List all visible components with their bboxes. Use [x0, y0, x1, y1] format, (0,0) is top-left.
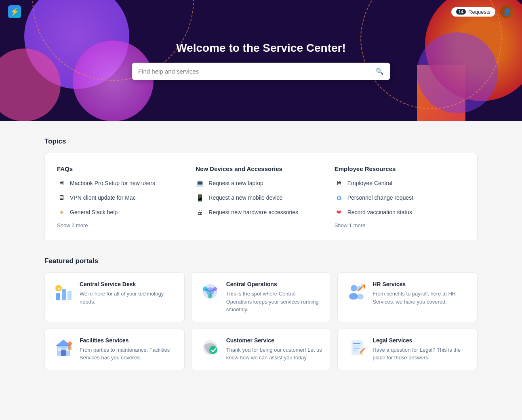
search-input[interactable] [138, 68, 376, 75]
hr-icon [346, 281, 367, 302]
vaccination-label: Record vaccination status [347, 209, 412, 215]
personnel-label: Personnel change request [347, 194, 413, 201]
facilities-icon [53, 337, 74, 358]
hero-title: Welcome to the Service Center! [8, 42, 514, 55]
faqs-show-more[interactable]: Show 2 more [57, 222, 187, 228]
topics-card: FAQs 🖥 Macbook Pro Setup for new users 🖥… [44, 153, 478, 241]
topic-col-faqs: FAQs 🖥 Macbook Pro Setup for new users 🖥… [57, 165, 187, 228]
topic-employee-title: Employee Resources [335, 165, 465, 172]
requests-label: Requests [468, 9, 490, 15]
svg-rect-31 [353, 346, 359, 346]
portal-card-service-desk[interactable]: ★ Central Service Desk We're here for al… [44, 272, 185, 322]
svg-rect-15 [349, 293, 358, 300]
svg-point-25 [68, 342, 72, 346]
central-ops-icon [200, 281, 221, 302]
legal-icon [346, 337, 367, 358]
personnel-icon: ⚙ [335, 193, 343, 202]
nav-right: 14 Requests 👤 [451, 5, 514, 19]
vpn-label: VPN client update for Mac [70, 194, 136, 201]
legal-info: Legal Services Have a question for Legal… [373, 337, 469, 362]
portals-grid: ★ Central Service Desk We're here for al… [44, 272, 478, 370]
central-ops-info: Central Operations This is the spot wher… [226, 281, 323, 314]
service-desk-desc: We're here for all of your technology ne… [80, 290, 176, 306]
requests-count: 14 [456, 9, 466, 15]
hardware-icon: 🖨 [196, 208, 204, 217]
service-desk-name: Central Service Desk [80, 281, 176, 287]
hr-name: HR Services [373, 281, 469, 287]
portal-card-customer[interactable]: Customer Service Thank you for being our… [191, 329, 331, 370]
svg-rect-2 [67, 291, 72, 300]
hardware-label: Request new hardware accessories [208, 209, 298, 215]
macbook-icon: 🖥 [57, 179, 66, 188]
portal-card-central-ops[interactable]: Central Operations This is the spot wher… [191, 272, 331, 322]
employee-central-label: Employee Central [347, 180, 392, 186]
svg-rect-23 [58, 348, 61, 351]
svg-point-28 [209, 346, 217, 354]
legal-desc: Have a question for Legal? This is the p… [373, 346, 469, 362]
topics-section-title: Topics [44, 137, 478, 146]
macbook-label: Macbook Pro Setup for new users [70, 180, 155, 186]
service-desk-info: Central Service Desk We're here for all … [80, 281, 176, 306]
topic-devices-title: New Devices and Accessories [196, 165, 326, 172]
search-icon: 🔍 [376, 68, 384, 75]
topic-col-employee: Employee Resources 🖥 Employee Central ⚙ … [335, 165, 465, 228]
portal-card-facilities[interactable]: Facilities Services From parties to main… [44, 329, 185, 370]
topic-item-employee-central[interactable]: 🖥 Employee Central [335, 179, 465, 188]
slack-icon: ✦ [57, 208, 66, 217]
topic-item-vaccination[interactable]: ❤ Record vaccination status [335, 208, 465, 217]
svg-rect-22 [61, 350, 66, 356]
topic-item-slack[interactable]: ✦ General Slack help [57, 208, 187, 217]
svg-rect-1 [62, 289, 66, 300]
laptop-label: Request a new laptop [208, 180, 263, 186]
slack-label: General Slack help [70, 209, 118, 215]
customer-desc: Thank you for being our customer! Let us… [226, 346, 323, 362]
hr-desc: From benefits to payroll, here at HR Ser… [373, 290, 469, 306]
topic-item-macbook[interactable]: 🖥 Macbook Pro Setup for new users [57, 179, 187, 188]
employee-central-icon: 🖥 [335, 179, 343, 188]
topic-faqs-title: FAQs [57, 165, 187, 172]
topic-item-vpn[interactable]: 🖥 VPN client update for Mac [57, 193, 187, 202]
topic-item-laptop[interactable]: 💻 Request a new laptop [196, 179, 326, 188]
svg-rect-26 [68, 346, 72, 350]
portal-card-hr[interactable]: HR Services From benefits to payroll, he… [337, 272, 478, 322]
legal-name: Legal Services [373, 337, 469, 344]
app-logo[interactable]: ⚡ [8, 5, 21, 18]
svg-rect-33 [353, 350, 357, 351]
svg-rect-29 [352, 340, 363, 355]
hero-section: ⚡ 14 Requests 👤 Welcome to the Service C… [0, 0, 522, 121]
vpn-icon: 🖥 [57, 193, 66, 202]
service-desk-icon: ★ [53, 281, 74, 302]
hero-content: Welcome to the Service Center! 🔍 [0, 42, 522, 80]
topic-item-hardware[interactable]: 🖨 Request new hardware accessories [196, 208, 326, 217]
hr-info: HR Services From benefits to payroll, he… [373, 281, 469, 306]
facilities-desc: From parties to maintenance, Facilities … [80, 346, 176, 362]
topic-item-mobile[interactable]: 📱 Request a new mobile device [196, 193, 326, 202]
facilities-info: Facilities Services From parties to main… [80, 337, 176, 362]
topic-col-devices: New Devices and Accessories 💻 Request a … [196, 165, 326, 228]
search-bar[interactable]: 🔍 [132, 63, 390, 80]
portal-card-legal[interactable]: Legal Services Have a question for Legal… [337, 329, 478, 370]
svg-rect-0 [56, 293, 60, 300]
logo-icon: ⚡ [10, 7, 19, 16]
customer-info: Customer Service Thank you for being our… [226, 337, 323, 362]
requests-badge[interactable]: 14 Requests [451, 7, 495, 17]
central-ops-name: Central Operations [226, 281, 323, 287]
topic-item-personnel[interactable]: ⚙ Personnel change request [335, 193, 465, 202]
customer-name: Customer Service [226, 337, 323, 344]
svg-rect-16 [357, 294, 364, 300]
laptop-icon: 💻 [196, 179, 204, 188]
portals-section-title: Featured portals [44, 257, 478, 265]
svg-rect-32 [353, 348, 360, 349]
facilities-name: Facilities Services [80, 337, 176, 344]
avatar-icon: 👤 [503, 8, 511, 16]
mobile-icon: 📱 [196, 193, 204, 202]
mobile-label: Request a new mobile device [208, 194, 282, 201]
svg-point-13 [351, 285, 357, 291]
avatar[interactable]: 👤 [500, 5, 514, 19]
employee-show-more[interactable]: Show 1 more [335, 222, 465, 228]
svg-text:★: ★ [57, 286, 61, 291]
main-content: Topics FAQs 🖥 Macbook Pro Setup for new … [0, 121, 522, 386]
navbar: ⚡ 14 Requests 👤 [0, 0, 522, 23]
vaccination-icon: ❤ [335, 208, 343, 217]
svg-rect-30 [353, 343, 360, 344]
